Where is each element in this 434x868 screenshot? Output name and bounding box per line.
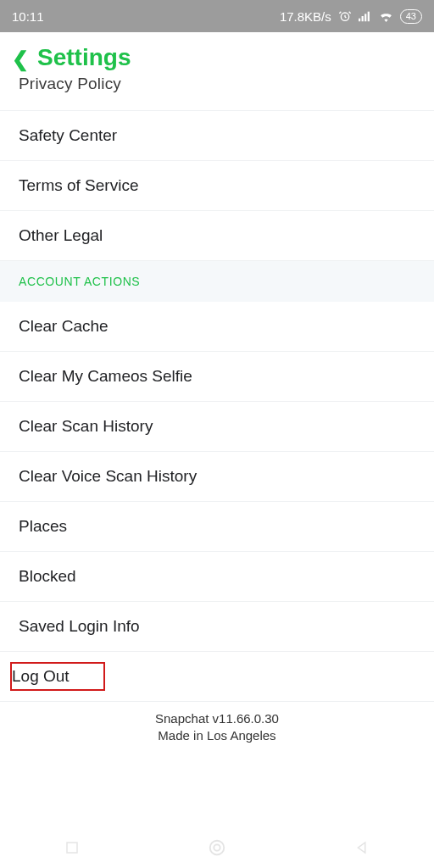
settings-row-blocked[interactable]: Blocked: [0, 552, 434, 602]
page-title: Settings: [37, 44, 131, 71]
android-nav-bar: [0, 827, 434, 868]
status-bar: 10:11 17.8KB/s 43: [0, 0, 434, 32]
signal-icon: [359, 10, 372, 22]
settings-row-clear-cameos-selfie[interactable]: Clear My Cameos Selfie: [0, 352, 434, 402]
settings-row-safety-center[interactable]: Safety Center: [0, 111, 434, 161]
svg-rect-2: [361, 16, 363, 21]
svg-rect-3: [364, 14, 366, 21]
settings-row-privacy-policy[interactable]: Privacy Policy: [0, 80, 434, 111]
app-footer: Snapchat v11.66.0.30 Made in Los Angeles: [0, 702, 434, 748]
svg-point-7: [214, 844, 220, 850]
back-icon[interactable]: ❮: [12, 47, 29, 71]
svg-rect-5: [67, 843, 77, 853]
settings-list: Privacy Policy Safety Center Terms of Se…: [0, 80, 434, 748]
settings-row-terms-of-service[interactable]: Terms of Service: [0, 161, 434, 211]
nav-recent-icon[interactable]: [64, 840, 80, 855]
settings-row-clear-scan-history[interactable]: Clear Scan History: [0, 402, 434, 452]
status-time: 10:11: [12, 9, 44, 24]
app-version: Snapchat v11.66.0.30: [0, 710, 434, 727]
nav-home-icon[interactable]: [208, 838, 226, 857]
svg-rect-4: [367, 12, 369, 22]
status-net-speed: 17.8KB/s: [280, 9, 331, 24]
settings-header: ❮ Settings: [0, 32, 434, 80]
nav-back-icon[interactable]: [354, 840, 370, 855]
battery-icon: 43: [400, 9, 422, 24]
settings-row-saved-login-info[interactable]: Saved Login Info: [0, 602, 434, 652]
settings-row-log-out[interactable]: Log Out: [0, 652, 434, 702]
log-out-highlight: Log Out: [10, 662, 105, 691]
section-header-account-actions: ACCOUNT ACTIONS: [0, 261, 434, 302]
svg-rect-1: [359, 19, 360, 22]
settings-row-clear-cache[interactable]: Clear Cache: [0, 302, 434, 352]
svg-point-6: [210, 841, 225, 855]
settings-row-places[interactable]: Places: [0, 502, 434, 552]
settings-row-clear-voice-scan-history[interactable]: Clear Voice Scan History: [0, 452, 434, 502]
alarm-icon: [338, 9, 352, 23]
settings-row-other-legal[interactable]: Other Legal: [0, 211, 434, 261]
app-origin: Made in Los Angeles: [0, 727, 434, 744]
wifi-icon: [379, 11, 393, 22]
